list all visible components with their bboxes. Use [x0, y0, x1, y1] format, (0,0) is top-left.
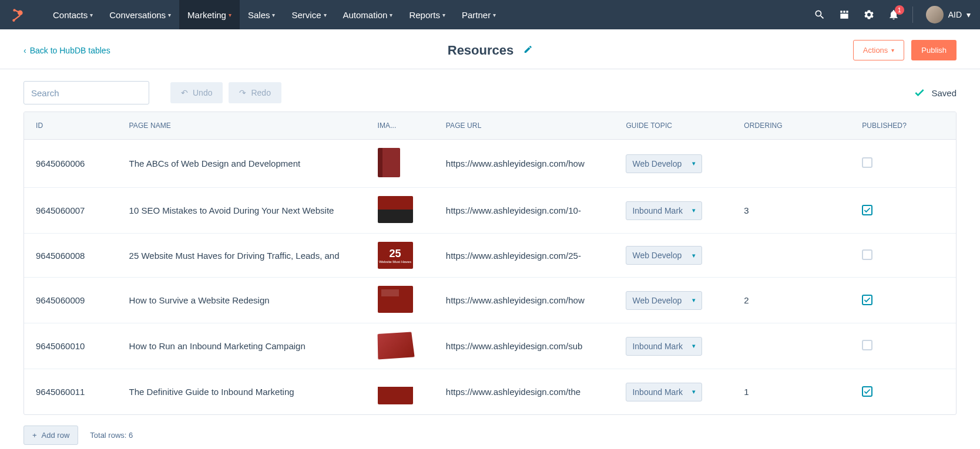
chevron-down-icon: ▾ — [692, 207, 696, 214]
cell-page-url[interactable]: https://www.ashleyidesign.com/how — [434, 140, 615, 188]
cell-page-url[interactable]: https://www.ashleyidesign.com/25- — [434, 234, 615, 278]
cell-image[interactable] — [366, 278, 434, 323]
nav-item-automation[interactable]: Automation▾ — [335, 0, 401, 29]
redo-icon: ↷ — [239, 88, 246, 97]
cell-guide-topic[interactable]: Web Develop▾ — [614, 140, 732, 188]
marketplace-icon[interactable] — [838, 9, 850, 21]
cell-ordering[interactable]: 2 — [732, 278, 850, 323]
cell-ordering[interactable] — [732, 323, 850, 369]
search-box[interactable] — [24, 81, 149, 104]
table-row[interactable]: 9645060009How to Survive a Website Redes… — [24, 278, 956, 323]
cell-ordering[interactable]: 3 — [732, 188, 850, 234]
avatar — [926, 6, 944, 23]
cell-page-url[interactable]: https://www.ashleyidesign.com/the — [434, 369, 615, 415]
published-checkbox[interactable] — [862, 295, 872, 305]
nav-item-partner[interactable]: Partner▾ — [454, 0, 504, 29]
undo-button[interactable]: ↶ Undo — [170, 82, 223, 103]
cell-page-name[interactable]: The Definitive Guide to Inbound Marketin… — [118, 369, 366, 415]
cell-id[interactable]: 9645060008 — [24, 234, 118, 278]
col-header-ordering[interactable]: ORDERING — [732, 112, 850, 140]
cell-image[interactable] — [366, 140, 434, 188]
cell-page-name[interactable]: How to Survive a Website Redesign — [118, 278, 366, 323]
cell-ordering[interactable] — [732, 140, 850, 188]
published-checkbox[interactable] — [862, 386, 872, 397]
nav-primary-menu: Contacts▾Conversations▾Marketing▾Sales▾S… — [45, 0, 504, 29]
cell-page-url[interactable]: https://www.ashleyidesign.com/sub — [434, 323, 615, 369]
col-header-guide-topic[interactable]: GUIDE TOPIC — [614, 112, 732, 140]
cell-id[interactable]: 9645060006 — [24, 140, 118, 188]
topic-select[interactable]: Inbound Mark▾ — [626, 337, 702, 356]
chevron-down-icon: ▾ — [692, 388, 696, 396]
settings-gear-icon[interactable] — [863, 9, 875, 21]
nav-item-service[interactable]: Service▾ — [283, 0, 334, 29]
cell-guide-topic[interactable]: Web Develop▾ — [614, 278, 732, 323]
table-row[interactable]: 964506000710 SEO Mistakes to Avoid Durin… — [24, 188, 956, 234]
col-header-published[interactable]: PUBLISHED? — [850, 112, 956, 140]
cell-id[interactable]: 9645060010 — [24, 323, 118, 369]
col-header-page-name[interactable]: PAGE NAME — [118, 112, 366, 140]
nav-item-marketing[interactable]: Marketing▾ — [179, 0, 240, 29]
table-row[interactable]: 9645060010How to Run an Inbound Marketin… — [24, 323, 956, 369]
total-rows-label: Total rows: 6 — [90, 431, 133, 440]
cell-published[interactable] — [850, 140, 956, 188]
cell-guide-topic[interactable]: Inbound Mark▾ — [614, 369, 732, 415]
redo-button[interactable]: ↷ Redo — [229, 82, 281, 103]
col-header-id[interactable]: ID — [24, 112, 118, 140]
cell-ordering[interactable]: 1 — [732, 369, 850, 415]
cell-page-name[interactable]: 25 Website Must Haves for Driving Traffi… — [118, 234, 366, 278]
cell-ordering[interactable] — [732, 234, 850, 278]
divider — [912, 6, 913, 23]
col-header-image[interactable]: IMA... — [366, 112, 434, 140]
published-checkbox[interactable] — [862, 205, 872, 215]
cell-id[interactable]: 9645060011 — [24, 369, 118, 415]
cell-page-name[interactable]: The ABCs of Web Design and Development — [118, 140, 366, 188]
chevron-down-icon: ▾ — [692, 296, 696, 304]
topic-select[interactable]: Inbound Mark▾ — [626, 383, 702, 401]
cell-image[interactable] — [366, 369, 434, 415]
cell-page-name[interactable]: How to Run an Inbound Marketing Campaign — [118, 323, 366, 369]
nav-item-conversations[interactable]: Conversations▾ — [101, 0, 179, 29]
back-link[interactable]: ‹ Back to HubDB tables — [24, 46, 110, 55]
cell-page-name[interactable]: 10 SEO Mistakes to Avoid During Your Nex… — [118, 188, 366, 234]
publish-button[interactable]: Publish — [911, 40, 956, 60]
search-input[interactable] — [31, 88, 143, 98]
nav-item-label: Sales — [248, 10, 270, 20]
nav-item-sales[interactable]: Sales▾ — [240, 0, 284, 29]
cell-guide-topic[interactable]: Web Develop▾ — [614, 234, 732, 278]
cell-guide-topic[interactable]: Inbound Mark▾ — [614, 188, 732, 234]
edit-pencil-icon[interactable] — [523, 45, 532, 56]
published-checkbox[interactable] — [862, 249, 872, 260]
table-row[interactable]: 9645060011The Definitive Guide to Inboun… — [24, 369, 956, 415]
add-row-button[interactable]: + Add row — [24, 426, 78, 445]
table-row[interactable]: 964506000825 Website Must Haves for Driv… — [24, 234, 956, 278]
cell-id[interactable]: 9645060009 — [24, 278, 118, 323]
cell-id[interactable]: 9645060007 — [24, 188, 118, 234]
cell-published[interactable] — [850, 278, 956, 323]
nav-item-reports[interactable]: Reports▾ — [401, 0, 454, 29]
topic-select[interactable]: Inbound Mark▾ — [626, 201, 702, 220]
account-menu[interactable]: AID ▾ — [926, 6, 971, 23]
published-checkbox[interactable] — [862, 157, 872, 168]
notifications-bell-icon[interactable]: 1 — [888, 9, 900, 21]
plus-icon: + — [32, 431, 37, 440]
actions-dropdown-button[interactable]: Actions ▾ — [853, 40, 905, 60]
cell-published[interactable] — [850, 323, 956, 369]
cell-image[interactable] — [366, 188, 434, 234]
cell-image[interactable] — [366, 323, 434, 369]
cell-page-url[interactable]: https://www.ashleyidesign.com/10- — [434, 188, 615, 234]
topic-select[interactable]: Web Develop▾ — [626, 246, 702, 265]
cell-published[interactable] — [850, 234, 956, 278]
topic-select[interactable]: Web Develop▾ — [626, 154, 702, 173]
cell-page-url[interactable]: https://www.ashleyidesign.com/how — [434, 278, 615, 323]
cell-published[interactable] — [850, 188, 956, 234]
search-icon[interactable] — [814, 9, 825, 21]
table-row[interactable]: 9645060006The ABCs of Web Design and Dev… — [24, 140, 956, 188]
nav-item-contacts[interactable]: Contacts▾ — [45, 0, 101, 29]
topic-select[interactable]: Web Develop▾ — [626, 291, 702, 310]
col-header-page-url[interactable]: PAGE URL — [434, 112, 615, 140]
cell-published[interactable] — [850, 369, 956, 415]
cell-guide-topic[interactable]: Inbound Mark▾ — [614, 323, 732, 369]
hubspot-logo-icon[interactable] — [9, 6, 27, 23]
published-checkbox[interactable] — [862, 340, 872, 350]
cell-image[interactable]: 25Website Must Haves — [366, 234, 434, 278]
